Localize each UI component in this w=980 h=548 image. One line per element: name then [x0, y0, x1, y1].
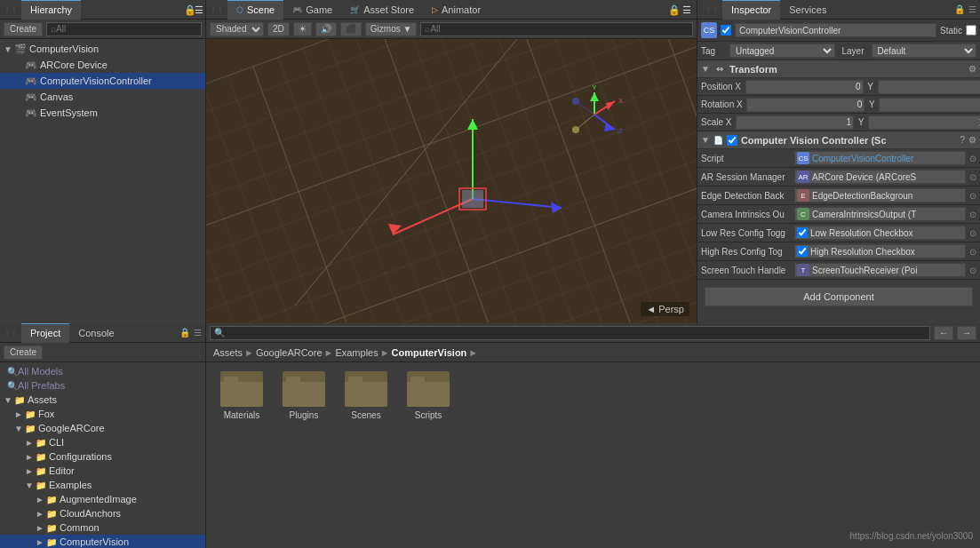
project-tab-label: Project: [30, 328, 60, 338]
static-checkbox[interactable]: [966, 25, 976, 36]
services-tab[interactable]: Services: [780, 0, 835, 20]
folder-item-plugins[interactable]: Plugins: [277, 371, 331, 420]
2d-button[interactable]: 2D: [267, 22, 290, 36]
project-item-fox[interactable]: ► 📁 Fox: [0, 407, 205, 421]
project-item-allmodels[interactable]: 🔍 All Models: [0, 364, 205, 378]
rotation-y-input[interactable]: [879, 98, 980, 112]
filebrowser-forward-button[interactable]: →: [957, 326, 976, 340]
hierarchy-item-computervision[interactable]: ▼ 🎬 ComputerVision: [0, 41, 205, 57]
project-menu-icon[interactable]: ☰: [194, 328, 202, 338]
project-item-cloudanchors[interactable]: ► 📁 CloudAnchors: [0, 506, 205, 520]
hierarchy-arrow: ▼: [4, 44, 14, 54]
breadcrumb-examples[interactable]: Examples: [335, 347, 378, 358]
folder-item-scripts[interactable]: Scripts: [402, 371, 455, 420]
component-arrow[interactable]: ▼: [701, 135, 710, 145]
gizmos-button[interactable]: Gizmos ▼: [365, 22, 418, 36]
scale-y-input[interactable]: [868, 115, 980, 130]
pos-x-label: X: [733, 82, 744, 91]
project-create-button[interactable]: Create: [4, 345, 43, 360]
component-settings-icon[interactable]: ⚙: [968, 135, 976, 145]
shading-select[interactable]: Shaded: [210, 22, 264, 36]
script-value[interactable]: ComputerVisionController: [812, 154, 913, 163]
hierarchy-create-button[interactable]: Create: [4, 22, 43, 36]
hierarchy-menu-icon[interactable]: ☰: [195, 4, 205, 15]
project-item-computervision[interactable]: ► 📁 ComputerVision: [0, 535, 205, 548]
audio-button[interactable]: 🔊: [315, 22, 337, 36]
tag-select[interactable]: Untagged: [729, 44, 835, 58]
transform-arrow[interactable]: ▼: [701, 64, 710, 74]
scale-label: Scale: [701, 117, 723, 127]
project-item-configurations[interactable]: ► 📁 Configurations: [0, 449, 205, 464]
project-arrow: ▼: [25, 480, 36, 490]
hierarchy-item-computervisioncontroller[interactable]: 🎮 ComputerVisionController: [0, 73, 205, 89]
project-tab[interactable]: Project: [21, 323, 69, 343]
effects-button[interactable]: ⬛: [340, 22, 362, 36]
persp-label: ◄ Persp: [641, 302, 689, 316]
layer-select[interactable]: Default: [872, 44, 977, 58]
folder-item-scenes[interactable]: Scenes: [339, 371, 393, 420]
project-item-label: AugmentedImage: [60, 494, 137, 504]
svg-text:X: X: [618, 97, 624, 105]
highres-checkbox[interactable]: [797, 246, 808, 257]
lowres-select-icon[interactable]: ⊙: [969, 228, 976, 238]
filebrowser-panel: ← → Assets ► GoogleARCore ► Examples ► C…: [206, 323, 980, 548]
scale-x-input[interactable]: [736, 115, 854, 130]
scene-menu-icon[interactable]: ☰: [682, 4, 693, 15]
config-folder-icon: 📁: [36, 452, 46, 462]
filebrowser-back-button[interactable]: ←: [934, 326, 953, 340]
inspector-menu-icon[interactable]: ☰: [968, 4, 976, 14]
hierarchy-item-arcore[interactable]: 🎮 ARCore Device: [0, 57, 205, 73]
pos-y-label: Y: [865, 82, 876, 91]
transform-title: Transform: [729, 64, 965, 75]
breadcrumb-assets[interactable]: Assets: [213, 347, 243, 358]
light-button[interactable]: ☀: [293, 22, 312, 36]
project-item-common[interactable]: ► 📁 Common: [0, 520, 205, 535]
store-icon: 🛒: [350, 5, 360, 14]
folder-item-materials[interactable]: Materials: [215, 371, 268, 420]
hierarchy-item-canvas[interactable]: 🎮 Canvas: [0, 89, 205, 105]
hierarchy-search-input[interactable]: [46, 22, 202, 36]
component-help-icon[interactable]: ?: [960, 135, 965, 145]
position-y-input[interactable]: [878, 80, 980, 94]
project-item-augmentedimage[interactable]: ► 📁 AugmentedImage: [0, 492, 205, 506]
lowres-checkbox[interactable]: [797, 227, 808, 238]
touch-select-icon[interactable]: ⊙: [969, 266, 976, 275]
inspector-header-icons: 🔒 ☰: [954, 4, 976, 14]
project-item-label: Fox: [38, 409, 54, 419]
camera-select-icon[interactable]: ⊙: [969, 210, 976, 219]
inspector-tab[interactable]: Inspector: [722, 0, 780, 20]
hierarchy-item-eventsystem[interactable]: 🎮 EventSystem: [0, 105, 205, 121]
project-item-cli[interactable]: ► 📁 CLI: [0, 435, 205, 449]
scene-search-input[interactable]: [420, 22, 693, 36]
project-item-allprefabs[interactable]: 🔍 All Prefabs: [0, 378, 205, 393]
project-item-assets[interactable]: ▼ 📁 Assets: [0, 393, 205, 407]
project-item-examples[interactable]: ▼ 📁 Examples: [0, 478, 205, 492]
ar-select-icon[interactable]: ⊙: [969, 172, 976, 182]
breadcrumb-computervision[interactable]: ComputerVision: [392, 347, 467, 358]
scene-panel: ⋮⋮ ⬡ Scene 🎮 Game 🛒 Asset Store ▷ Animat…: [206, 0, 697, 323]
project-item-googlearcore[interactable]: ▼ 📁 GoogleARCore: [0, 421, 205, 435]
add-component-button[interactable]: Add Component: [705, 287, 973, 306]
console-tab[interactable]: Console: [69, 323, 123, 343]
game-tab[interactable]: 🎮 Game: [283, 0, 341, 20]
hierarchy-tab[interactable]: Hierarchy: [21, 0, 81, 20]
top-panels: ⋮⋮ Hierarchy 🔒 ☰ Create ▼ 🎬 ComputerVisi…: [0, 0, 980, 323]
position-x-input[interactable]: [745, 80, 864, 94]
object-active-checkbox[interactable]: [721, 25, 731, 36]
project-item-editor[interactable]: ► 📁 Editor: [0, 464, 205, 478]
scene-tab[interactable]: ⬡ Scene: [227, 0, 283, 20]
highres-value-field: High Resolution Checkbox: [794, 244, 966, 258]
component-active-checkbox[interactable]: [727, 135, 737, 146]
breadcrumb-googlearcore[interactable]: GoogleARCore: [256, 347, 323, 358]
highres-select-icon[interactable]: ⊙: [969, 247, 976, 257]
asset-store-tab[interactable]: 🛒 Asset Store: [341, 0, 423, 20]
transform-settings-icon[interactable]: ⚙: [968, 64, 976, 74]
animator-tab[interactable]: ▷ Animator: [423, 0, 490, 20]
edge-select-icon[interactable]: ⊙: [969, 191, 976, 201]
gameobj-icon: 🎮: [25, 107, 37, 119]
scene-viewport[interactable]: Y X Z: [206, 39, 697, 323]
script-select-icon[interactable]: ⊙: [969, 154, 976, 163]
filebrowser-search-input[interactable]: [210, 326, 930, 340]
object-name-field[interactable]: [735, 23, 936, 37]
rotation-x-input[interactable]: [746, 98, 864, 112]
